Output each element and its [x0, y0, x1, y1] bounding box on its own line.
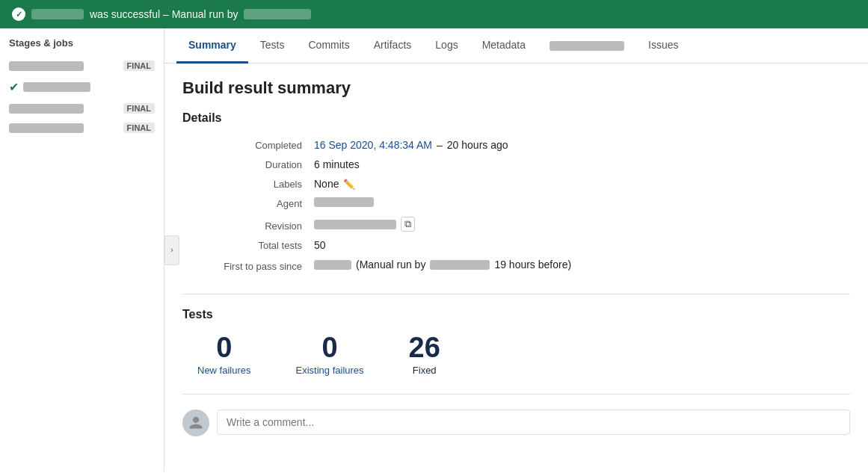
stat-existing-failures-number: 0 — [321, 333, 337, 362]
tab-bar: Summary Tests Commits Artifacts Logs Met… — [164, 28, 868, 64]
tab-artifacts[interactable]: Artifacts — [362, 28, 424, 64]
sidebar-item-3-badge: FINAL — [123, 103, 155, 114]
user-avatar — [182, 409, 209, 436]
success-icon: ✓ — [12, 7, 25, 21]
comment-area — [182, 394, 850, 436]
stat-existing-failures: 0 Existing failures — [296, 333, 364, 376]
sidebar-item-4-label — [9, 123, 84, 133]
sidebar-item-2-label — [23, 82, 90, 92]
total-tests-value: 50 — [314, 239, 326, 251]
sidebar-item-2[interactable]: ✔ — [0, 75, 164, 99]
total-tests-label: Total tests — [197, 240, 302, 251]
first-pass-label: First to pass since — [197, 261, 302, 272]
agent-blurred — [314, 197, 374, 207]
detail-row-first-pass: First to pass since (Manual run by 19 ho… — [197, 255, 850, 276]
comment-input[interactable] — [217, 409, 850, 435]
stat-fixed-number: 26 — [409, 333, 440, 362]
agent-label: Agent — [197, 198, 302, 209]
agent-value — [314, 197, 374, 207]
edit-label-icon[interactable]: ✏️ — [343, 179, 355, 190]
top-bar: ✓ was successful – Manual run by — [0, 0, 868, 28]
tab-blurred[interactable] — [538, 28, 636, 64]
completed-value: 16 Sep 2020, 4:48:34 AM – 20 hours ago — [314, 139, 508, 151]
stat-existing-failures-label[interactable]: Existing failures — [296, 365, 364, 376]
duration-label: Duration — [197, 159, 302, 170]
tab-issues[interactable]: Issues — [636, 28, 690, 64]
completed-ago: 20 hours ago — [447, 139, 508, 151]
page-title: Build result summary — [182, 78, 850, 98]
sidebar-item-1[interactable]: FINAL — [0, 56, 164, 75]
detail-row-duration: Duration 6 minutes — [197, 155, 850, 174]
stat-new-failures-number: 0 — [216, 333, 232, 362]
stat-new-failures-label[interactable]: New failures — [197, 365, 251, 376]
sidebar: Stages & jobs FINAL ✔ FINAL — [0, 28, 164, 472]
sidebar-item-4[interactable]: FINAL — [0, 118, 164, 137]
sidebar-item-4-badge: FINAL — [123, 123, 155, 133]
stat-fixed-label[interactable]: Fixed — [413, 365, 437, 376]
labels-value: None ✏️ — [314, 178, 355, 190]
sidebar-item-1-badge: FINAL — [123, 61, 155, 71]
divider-1 — [182, 294, 850, 294]
labels-label: Labels — [197, 179, 302, 190]
build-name-blurred — [31, 9, 84, 19]
tab-summary[interactable]: Summary — [176, 28, 248, 64]
detail-row-revision: Revision ⧉ — [197, 213, 850, 235]
sidebar-item-3[interactable]: FINAL — [0, 99, 164, 118]
sidebar-item-1-label — [9, 61, 84, 71]
completed-label: Completed — [197, 140, 302, 151]
main-content: Summary Tests Commits Artifacts Logs Met… — [164, 28, 868, 472]
completed-dash: – — [437, 139, 443, 151]
tests-stats: 0 New failures 0 Existing failures 26 Fi… — [197, 333, 850, 376]
sidebar-toggle-button[interactable]: › — [164, 235, 179, 265]
copy-revision-icon[interactable]: ⧉ — [401, 217, 415, 232]
detail-row-completed: Completed 16 Sep 2020, 4:48:34 AM – 20 h… — [197, 135, 850, 155]
completed-date-link[interactable]: 16 Sep 2020, 4:48:34 AM — [314, 139, 432, 151]
duration-value: 6 minutes — [314, 158, 360, 170]
detail-row-labels: Labels None ✏️ — [197, 174, 850, 194]
first-pass-user-blurred — [430, 260, 490, 270]
stat-fixed: 26 Fixed — [409, 333, 440, 376]
user-blurred — [244, 9, 311, 19]
first-pass-value: (Manual run by 19 hours before) — [314, 259, 571, 270]
revision-value: ⧉ — [314, 217, 415, 232]
content-area: Build result summary Details Completed 1… — [164, 64, 868, 451]
sidebar-title: Stages & jobs — [0, 37, 164, 56]
first-pass-suffix: (Manual run by — [356, 259, 425, 270]
tests-section-title: Tests — [182, 308, 850, 321]
first-pass-hours: 19 hours before) — [494, 259, 571, 270]
detail-row-agent: Agent — [197, 194, 850, 213]
top-bar-message: was successful – Manual run by — [90, 8, 238, 20]
tab-tests[interactable]: Tests — [248, 28, 297, 64]
check-icon: ✔ — [9, 80, 19, 94]
sidebar-item-3-label — [9, 104, 84, 114]
details-table: Completed 16 Sep 2020, 4:48:34 AM – 20 h… — [197, 135, 850, 276]
stat-new-failures: 0 New failures — [197, 333, 251, 376]
detail-row-total-tests: Total tests 50 — [197, 235, 850, 255]
tab-logs[interactable]: Logs — [423, 28, 470, 64]
revision-label: Revision — [197, 220, 302, 232]
first-pass-build-blurred — [314, 260, 351, 270]
labels-text: None — [314, 178, 339, 190]
tab-metadata[interactable]: Metadata — [470, 28, 538, 64]
revision-blurred — [314, 220, 396, 229]
tab-commits[interactable]: Commits — [297, 28, 362, 64]
details-section-title: Details — [182, 111, 850, 125]
